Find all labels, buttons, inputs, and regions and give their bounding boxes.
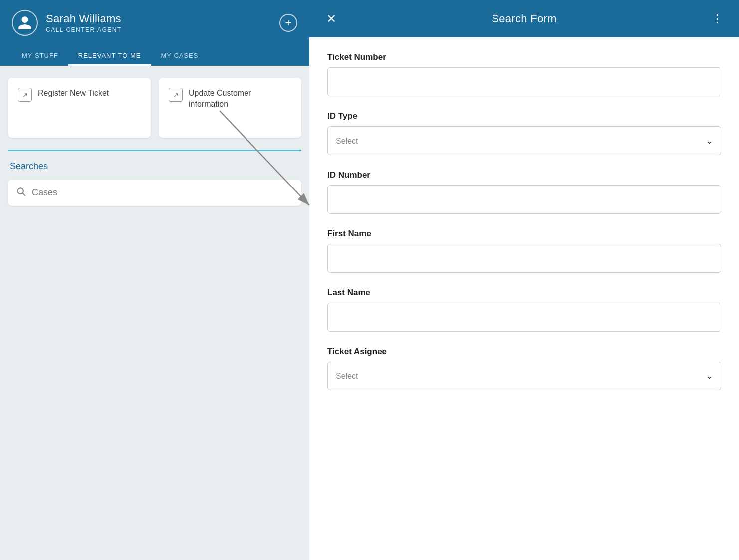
header-top: Sarah Williams CALL CENTER AGENT +	[12, 10, 297, 46]
register-ticket-label: Register New Ticket	[38, 88, 109, 99]
external-link-icon-2: ↗	[169, 88, 183, 102]
tab-my-stuff[interactable]: MY STUFF	[12, 46, 68, 66]
update-customer-card[interactable]: ↗ Update Customer information	[159, 78, 301, 138]
ticket-assignee-field: Ticket Asignee Select ⌄	[327, 347, 721, 390]
user-name: Sarah Williams	[46, 12, 122, 25]
update-customer-label: Update Customer information	[189, 88, 291, 110]
left-content: ↗ Register New Ticket ↗ Update Customer …	[0, 66, 309, 560]
avatar	[12, 10, 38, 36]
add-button[interactable]: +	[279, 14, 297, 32]
ticket-assignee-label: Ticket Asignee	[327, 347, 721, 357]
user-role: CALL CENTER AGENT	[46, 26, 122, 33]
header: Sarah Williams CALL CENTER AGENT + MY ST…	[0, 0, 309, 66]
last-name-input[interactable]	[327, 303, 721, 332]
close-button[interactable]: ✕	[321, 12, 341, 26]
id-number-field: ID Number	[327, 170, 721, 214]
more-options-button[interactable]: ⋮	[707, 12, 727, 25]
svg-line-1	[23, 193, 25, 196]
ticket-number-field: Ticket Number	[327, 52, 721, 96]
cases-search-input[interactable]	[32, 187, 293, 198]
search-form-title: Search Form	[341, 12, 707, 25]
search-bar[interactable]	[8, 180, 301, 206]
ticket-number-label: Ticket Number	[327, 52, 721, 62]
right-panel: ✕ Search Form ⋮ Ticket Number ID Type Se…	[309, 0, 739, 560]
external-link-icon: ↗	[18, 88, 32, 102]
cards-row: ↗ Register New Ticket ↗ Update Customer …	[8, 78, 301, 138]
right-header: ✕ Search Form ⋮	[309, 0, 739, 37]
user-icon	[17, 15, 33, 31]
last-name-label: Last Name	[327, 288, 721, 298]
id-number-input[interactable]	[327, 185, 721, 214]
id-type-select[interactable]: Select	[327, 126, 721, 155]
nav-tabs: MY STUFF RELEVANT TO ME MY CASES	[12, 46, 297, 66]
id-type-select-wrapper: Select ⌄	[327, 126, 721, 155]
last-name-field: Last Name	[327, 288, 721, 332]
ticket-number-input[interactable]	[327, 67, 721, 96]
user-info: Sarah Williams CALL CENTER AGENT	[12, 10, 122, 36]
user-details: Sarah Williams CALL CENTER AGENT	[46, 12, 122, 33]
register-ticket-card[interactable]: ↗ Register New Ticket	[8, 78, 151, 138]
left-panel: Sarah Williams CALL CENTER AGENT + MY ST…	[0, 0, 309, 560]
first-name-label: First Name	[327, 229, 721, 239]
search-form: Ticket Number ID Type Select ⌄ ID Number…	[309, 37, 739, 560]
id-number-label: ID Number	[327, 170, 721, 180]
first-name-field: First Name	[327, 229, 721, 273]
tab-relevant-to-me[interactable]: RELEVANT TO ME	[68, 46, 151, 66]
first-name-input[interactable]	[327, 244, 721, 273]
content-area: ↗ Register New Ticket ↗ Update Customer …	[0, 66, 309, 218]
ticket-assignee-select[interactable]: Select	[327, 362, 721, 390]
id-type-field: ID Type Select ⌄	[327, 111, 721, 155]
id-type-label: ID Type	[327, 111, 721, 121]
searches-title: Searches	[8, 161, 301, 172]
tab-my-cases[interactable]: MY CASES	[151, 46, 209, 66]
search-icon	[16, 187, 26, 199]
ticket-assignee-select-wrapper: Select ⌄	[327, 362, 721, 390]
divider	[8, 150, 301, 151]
